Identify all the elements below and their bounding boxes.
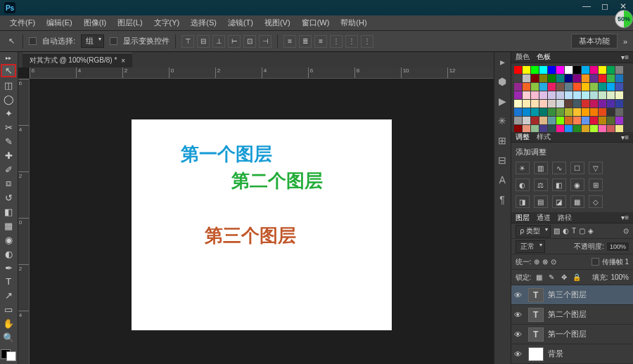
curves-icon[interactable]: ∿	[552, 162, 566, 174]
dist-right-icon[interactable]: ⋮	[361, 35, 373, 48]
swatch[interactable]	[565, 100, 573, 108]
swatch[interactable]	[531, 100, 539, 108]
swatch[interactable]	[615, 83, 623, 91]
filter-pixel-icon[interactable]: ▧	[554, 227, 560, 235]
layer-item[interactable]: 👁T第一个图层	[511, 325, 633, 344]
layer-name[interactable]: 第三个图层	[548, 290, 587, 300]
panel-menu-icon[interactable]: ▾≡	[621, 134, 629, 141]
adjustments-panel-icon[interactable]: ✳	[498, 115, 506, 126]
swatch[interactable]	[607, 91, 615, 99]
align-top-icon[interactable]: ⊤	[181, 35, 194, 48]
history-brush-tool[interactable]: ↺	[1, 192, 16, 203]
swatch[interactable]	[523, 125, 530, 132]
vibrance-icon[interactable]: ▽	[589, 162, 603, 174]
auto-select-type[interactable]: 组	[81, 34, 104, 48]
gradient-map-icon[interactable]: ▦	[570, 195, 584, 208]
swatch[interactable]	[556, 100, 564, 108]
history-panel-icon[interactable]: ▸	[500, 56, 505, 67]
hand-tool[interactable]: ✋	[1, 318, 16, 330]
swatch[interactable]	[582, 91, 589, 99]
layer-name[interactable]: 背景	[548, 349, 563, 359]
swatch[interactable]	[548, 125, 556, 132]
swatch[interactable]	[531, 66, 539, 74]
lasso-tool[interactable]: ◯	[1, 94, 16, 105]
color-picker[interactable]	[1, 349, 16, 362]
swatch[interactable]	[539, 91, 547, 99]
swatch[interactable]	[548, 117, 556, 124]
swatch[interactable]	[565, 74, 573, 82]
pen-tool[interactable]: ✒	[1, 262, 16, 273]
type-tool[interactable]: T	[1, 276, 16, 287]
swatch[interactable]	[573, 91, 581, 99]
actions-panel-icon[interactable]: ▶	[499, 96, 506, 107]
dist-vcenter-icon[interactable]: ≣	[299, 35, 312, 48]
swatch[interactable]	[523, 66, 530, 74]
swatch[interactable]	[599, 125, 606, 132]
swatch[interactable]	[514, 66, 522, 74]
unify-pos-icon[interactable]: ⊕	[534, 258, 539, 266]
swatch[interactable]	[523, 83, 530, 91]
swatch[interactable]	[523, 91, 530, 99]
swatch[interactable]	[590, 117, 598, 124]
swatch[interactable]	[615, 66, 623, 74]
opacity-value[interactable]: 100%	[607, 242, 629, 251]
exposure-icon[interactable]: ☐	[570, 162, 584, 174]
swatch[interactable]	[514, 100, 522, 108]
layers-tab[interactable]: 图层	[516, 213, 530, 223]
swatch[interactable]	[556, 125, 564, 132]
unify-vis-icon[interactable]: ⊗	[542, 258, 548, 266]
swatch[interactable]	[548, 66, 556, 74]
path-tool[interactable]: ↗	[1, 290, 16, 301]
menu-image[interactable]: 图像(I)	[79, 16, 110, 30]
dist-hcenter-icon[interactable]: ⋮	[345, 35, 358, 48]
swatch[interactable]	[599, 100, 606, 108]
swatch[interactable]	[599, 74, 606, 82]
layer-name[interactable]: 第二个图层	[548, 309, 587, 320]
swatch[interactable]	[531, 91, 539, 99]
swatch[interactable]	[531, 125, 539, 132]
filter-type-icon[interactable]: T	[572, 227, 576, 235]
swatch[interactable]	[548, 74, 556, 82]
swatch[interactable]	[615, 100, 623, 108]
swatch[interactable]	[523, 100, 530, 108]
hue-icon[interactable]: ◐	[516, 178, 530, 191]
eyedropper-tool[interactable]: ✎	[1, 136, 16, 148]
swatch[interactable]	[514, 117, 522, 124]
swatch[interactable]	[556, 91, 564, 99]
layer-item[interactable]: 👁背景	[511, 344, 633, 364]
menu-filter[interactable]: 滤镜(T)	[224, 16, 257, 30]
canvas-area[interactable]: 第一个图层 第二个图层 第三个图层	[30, 79, 494, 364]
swatch[interactable]	[599, 91, 606, 99]
visibility-icon[interactable]: 👁	[514, 350, 524, 358]
paths-tab[interactable]: 路径	[558, 213, 572, 223]
swatch[interactable]	[607, 108, 615, 116]
blend-mode[interactable]: 正常	[516, 240, 545, 253]
swatch[interactable]	[607, 83, 615, 91]
swatch[interactable]	[556, 117, 564, 124]
eraser-tool[interactable]: ◧	[1, 206, 16, 217]
threshold-icon[interactable]: ◪	[552, 195, 566, 208]
align-right-icon[interactable]: ⊣	[259, 35, 271, 48]
swatch[interactable]	[539, 83, 547, 91]
menu-file[interactable]: 文件(F)	[6, 16, 39, 30]
swatch[interactable]	[615, 117, 623, 124]
swatch[interactable]	[582, 125, 589, 132]
lock-pos-icon[interactable]: ✥	[559, 273, 569, 282]
swatch[interactable]	[573, 66, 581, 74]
filter-shape-icon[interactable]: ▢	[579, 227, 585, 235]
swatch[interactable]	[523, 74, 530, 82]
swatch[interactable]	[582, 108, 589, 116]
channels-panel-icon[interactable]: ⊟	[498, 155, 506, 166]
document-tab[interactable]: 对其方式 @ 100%(RGB/8) * ×	[23, 53, 132, 67]
menu-type[interactable]: 文字(Y)	[150, 16, 184, 30]
dist-left-icon[interactable]: ⋮	[330, 35, 343, 48]
swatch[interactable]	[514, 108, 522, 116]
swatch[interactable]	[565, 91, 573, 99]
swatch[interactable]	[599, 83, 606, 91]
swatches-tab[interactable]: 色板	[537, 52, 551, 62]
lock-trans-icon[interactable]: ▦	[534, 273, 544, 282]
posterize-icon[interactable]: ▤	[534, 195, 548, 208]
show-transform-checkbox[interactable]	[110, 37, 117, 45]
maximize-button[interactable]: ◻	[598, 1, 612, 11]
healing-tool[interactable]: ✚	[1, 150, 16, 162]
